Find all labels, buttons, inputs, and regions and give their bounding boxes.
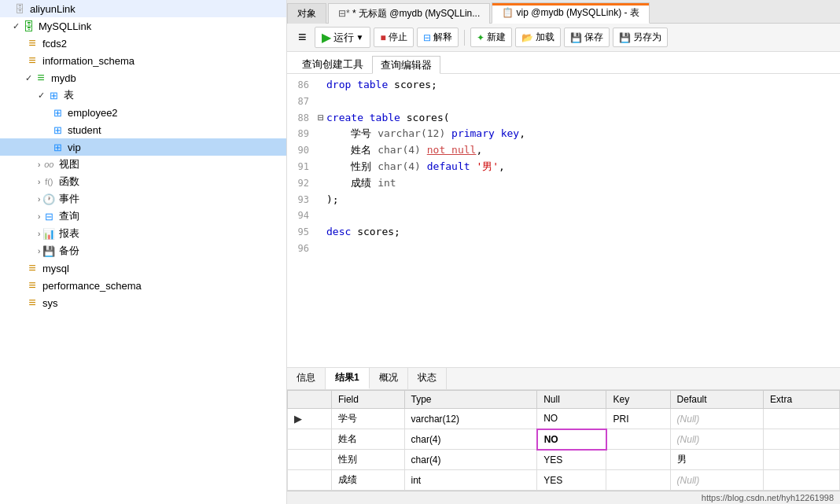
row-indicator	[288, 470, 332, 491]
sidebar-item-label: vip	[68, 142, 81, 153]
cell-null: YES	[537, 450, 606, 470]
sub-tab-query-editor[interactable]: 查询编辑器	[372, 56, 440, 74]
line-number: 89	[287, 127, 315, 142]
sidebar-item-reports[interactable]: › 📊 报表	[0, 225, 286, 242]
sidebar-item-label: 函数	[59, 175, 79, 189]
line-number: 95	[287, 225, 315, 240]
expand-icon: ›	[38, 247, 40, 256]
view-icon: oo	[42, 157, 56, 171]
stop-button[interactable]: ■ 停止	[374, 28, 413, 47]
cell-type: int	[404, 470, 537, 491]
result-table: Field Type Null Key Default Extra ▶ 学号 v…	[287, 390, 840, 491]
table-row[interactable]: ▶ 学号 varchar(12) NO PRI (Null)	[288, 409, 840, 429]
result-tab-label: 概况	[379, 372, 398, 383]
sidebar: 🗄 aliyunLink ✓ 🗄 MySQLLink ≡ fcds2 ≡ inf…	[0, 0, 287, 504]
sidebar-item-fcds2[interactable]: ≡ fcds2	[0, 35, 286, 52]
expand-icon: ›	[38, 178, 40, 186]
sidebar-item-mysql[interactable]: ≡ mysql	[0, 259, 286, 277]
tabs-bar: 对象 ⊟* * 无标题 @mydb (MySQLLin... 📋 vip @my…	[287, 0, 840, 24]
run-button[interactable]: ▶ 运行 ▼	[315, 27, 371, 48]
line-sym: ⊟	[315, 110, 326, 127]
load-button[interactable]: 📂 加载	[515, 28, 561, 47]
code-line-96: 96	[287, 241, 840, 257]
cell-field: 性别	[331, 450, 404, 470]
result-tab-status[interactable]: 状态	[408, 368, 447, 389]
menu-button[interactable]: ≡	[293, 28, 311, 47]
cylinder-icon: 🗄	[13, 2, 27, 16]
code-content: create table scores(	[326, 110, 840, 127]
run-icon: ▶	[322, 30, 331, 45]
event-icon: 🕐	[42, 192, 56, 206]
sidebar-item-events[interactable]: › 🕐 事件	[0, 190, 286, 208]
col-null: Null	[537, 391, 606, 409]
sidebar-item-label: 备份	[59, 244, 79, 258]
db-icon: ≡	[25, 36, 39, 50]
run-label: 运行	[333, 31, 354, 45]
toolbar: ≡ ▶ 运行 ▼ ■ 停止 ⊟ 解释 ✦ 新建 📂 加载 💾 保存 💾 另	[287, 24, 840, 52]
sidebar-item-label: 查询	[59, 209, 79, 223]
saveas-button[interactable]: 💾 另存为	[613, 28, 668, 47]
line-number: 94	[287, 208, 315, 223]
tab-vip-table[interactable]: 📋 vip @mydb (MySQLLink) - 表	[492, 2, 650, 24]
sidebar-item-views[interactable]: › oo 视图	[0, 156, 286, 173]
sidebar-item-MySQLLink[interactable]: ✓ 🗄 MySQLLink	[0, 17, 286, 35]
run-dropdown-icon[interactable]: ▼	[356, 33, 364, 42]
explain-button[interactable]: ⊟ 解释	[417, 28, 459, 47]
sidebar-item-tables[interactable]: ✓ ⊞ 表	[0, 86, 286, 104]
saveas-label: 另存为	[633, 31, 661, 44]
active-tab-marker	[492, 3, 649, 6]
tab-query1[interactable]: ⊟* * 无标题 @mydb (MySQLLin...	[328, 3, 490, 24]
result-tab-result1[interactable]: 结果1	[326, 368, 370, 389]
new-button[interactable]: ✦ 新建	[470, 28, 512, 47]
cell-extra	[764, 470, 840, 491]
sidebar-item-label: performance_schema	[42, 280, 142, 292]
db-icon: ≡	[25, 261, 39, 275]
sidebar-item-queries[interactable]: › ⊟ 查询	[0, 208, 286, 225]
result-panel: 信息 结果1 概况 状态 Field Type Null	[287, 367, 840, 491]
cell-field: 成绩	[331, 470, 404, 491]
result-tab-overview[interactable]: 概况	[370, 368, 408, 389]
table-row[interactable]: 性别 char(4) YES 男	[288, 450, 840, 470]
col-field: Field	[331, 391, 404, 409]
cell-type: char(4)	[404, 429, 537, 450]
query-icon: ⊟	[42, 209, 56, 223]
report-icon: 📊	[42, 226, 56, 241]
sidebar-item-vip[interactable]: ⊞ vip	[0, 138, 286, 156]
col-type: Type	[404, 391, 537, 409]
sidebar-item-performance-schema[interactable]: ≡ performance_schema	[0, 277, 286, 294]
code-content: 成绩 int	[326, 175, 840, 192]
cell-field: 学号	[331, 409, 404, 429]
table-icon: ⊞	[50, 140, 64, 154]
code-line-90: 90 姓名 char(4) not null,	[287, 142, 840, 159]
cell-null: NO	[537, 409, 606, 429]
save-button[interactable]: 💾 保存	[564, 28, 610, 47]
sidebar-item-backups[interactable]: › 💾 备份	[0, 242, 286, 259]
sidebar-item-student[interactable]: ⊞ student	[0, 121, 286, 138]
separator	[464, 30, 465, 46]
sidebar-item-mydb[interactable]: ✓ ≡ mydb	[0, 69, 286, 86]
expand-icon: ›	[38, 160, 40, 169]
cell-key	[606, 470, 670, 491]
tab-obj[interactable]: 对象	[287, 3, 326, 24]
cell-null: NO	[537, 429, 606, 450]
sidebar-item-functions[interactable]: › f() 函数	[0, 173, 286, 190]
cell-extra	[764, 450, 840, 470]
sidebar-item-aliyunLink[interactable]: 🗄 aliyunLink	[0, 0, 286, 17]
sub-tab-label: 查询创建工具	[302, 58, 363, 70]
cell-default: 男	[670, 450, 763, 470]
sub-tab-create-tool[interactable]: 查询创建工具	[293, 55, 372, 73]
table-row[interactable]: 姓名 char(4) NO (Null)	[288, 429, 840, 450]
code-editor[interactable]: 86 drop table scores; 87 88 ⊟ create tab…	[287, 74, 840, 367]
db-icon: ≡	[25, 53, 39, 68]
line-number: 88	[287, 111, 315, 126]
result-tab-info[interactable]: 信息	[287, 368, 326, 389]
sidebar-item-sys[interactable]: ≡ sys	[0, 294, 286, 311]
sidebar-item-employee2[interactable]: ⊞ employee2	[0, 104, 286, 121]
table-row[interactable]: 成绩 int YES (Null)	[288, 470, 840, 491]
sidebar-item-information-schema[interactable]: ≡ information_schema	[0, 52, 286, 69]
cell-null: YES	[537, 470, 606, 491]
code-content	[326, 94, 840, 110]
code-content: desc scores;	[326, 224, 840, 241]
saveas-icon: 💾	[619, 32, 631, 43]
db-icon: ≡	[25, 296, 39, 310]
